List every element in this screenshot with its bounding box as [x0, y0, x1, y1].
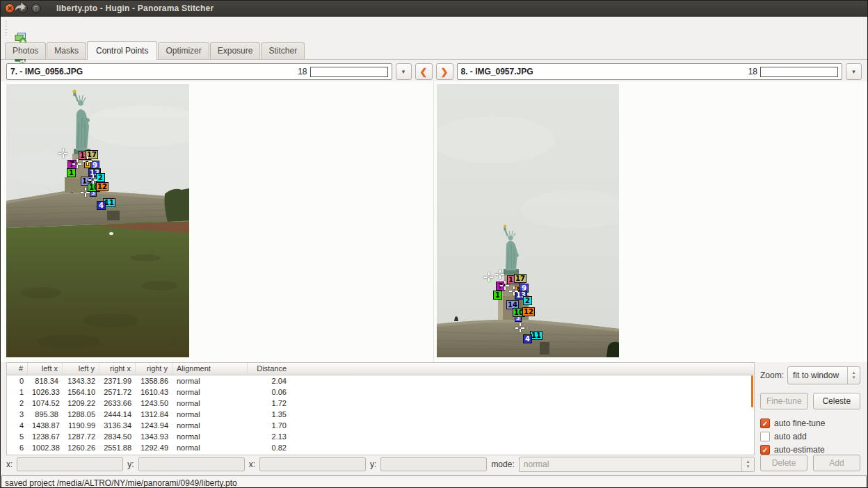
control-point-marker-1[interactable]: 1: [493, 291, 502, 300]
table-row[interactable]: 41438.871190.993136.341243.94normal1.70: [7, 420, 754, 431]
table-cell: 1260.26: [63, 442, 99, 453]
checked-checkbox-icon[interactable]: ✓: [760, 445, 770, 455]
right-x-field[interactable]: [259, 457, 366, 471]
tab-control-points[interactable]: Control Points: [87, 41, 157, 60]
control-point-marker-2[interactable]: 2: [523, 296, 532, 305]
column-header-Distance[interactable]: Distance: [248, 363, 291, 375]
maximize-window-button[interactable]: □: [31, 3, 41, 13]
table-cell: 2551.88: [99, 442, 136, 453]
right-photo-viewer[interactable]: 151778911321410123114: [437, 84, 619, 357]
fine-tune-button[interactable]: Fine-tune: [760, 393, 808, 409]
table-cell: normal: [172, 398, 248, 409]
coordinate-fields-row: x: y: x: y: mode: normal ▲▼: [6, 455, 755, 473]
column-header-righty[interactable]: right y: [136, 363, 172, 375]
column-header-lefty[interactable]: left y: [63, 363, 99, 375]
toolbar-grip: [6, 21, 7, 36]
table-cell: normal: [172, 387, 248, 398]
checkbox-auto-fine-tune[interactable]: ✓auto fine-tune: [760, 418, 860, 428]
checkbox-auto-add[interactable]: auto add: [760, 432, 860, 441]
spinner-icon[interactable]: ▲▼: [847, 367, 860, 384]
left-image-combo[interactable]: 7. - IMG_0956.JPG 18: [6, 63, 392, 80]
table-cell: 0.82: [248, 442, 291, 453]
control-point-crosshair[interactable]: [81, 188, 90, 197]
control-point-marker-12[interactable]: 12: [96, 182, 108, 191]
control-point-crosshair[interactable]: [83, 156, 92, 165]
delete-button[interactable]: Delete: [760, 455, 807, 471]
right-image-combo[interactable]: 8. - IMG_0957.JPG 18: [457, 63, 843, 80]
chevron-down-icon: ▾: [852, 68, 855, 75]
column-header-rightx[interactable]: right x: [99, 363, 136, 375]
mode-select[interactable]: normal ▲▼: [519, 457, 755, 472]
redo-button[interactable]: [9, 0, 31, 16]
table-row[interactable]: 61002.381260.262551.881292.49normal0.82: [7, 442, 754, 453]
control-point-marker-4[interactable]: 4: [523, 334, 532, 343]
table-cell: 1343.32: [63, 375, 99, 387]
left-photo-viewer[interactable]: 151778911321410123114: [6, 84, 189, 357]
checkbox-auto-estimate[interactable]: ✓auto-estimate: [760, 445, 860, 455]
column-header-leftx[interactable]: left x: [28, 363, 63, 375]
unchecked-checkbox-icon[interactable]: [760, 432, 770, 441]
left-photo-statue-of-liberty: [6, 84, 189, 357]
table-cell: normal: [172, 409, 248, 420]
control-point-marker-12[interactable]: 12: [522, 307, 535, 316]
table-cell: 1.72: [248, 398, 291, 409]
table-cell: normal: [172, 375, 248, 387]
control-point-marker-17[interactable]: 17: [514, 274, 527, 283]
left-x-field[interactable]: [17, 457, 123, 471]
add-button[interactable]: Add: [813, 455, 860, 471]
previous-pair-button[interactable]: ❮: [415, 63, 433, 80]
celeste-button[interactable]: Celeste: [813, 393, 861, 409]
left-y-field[interactable]: [138, 457, 245, 471]
control-point-crosshair[interactable]: [515, 323, 524, 332]
control-point-table[interactable]: #left xleft yright xright yAlignmentDist…: [6, 362, 755, 455]
control-point-crosshair[interactable]: [509, 286, 518, 295]
table-row[interactable]: 11026.331564.102571.721610.43normal0.06: [7, 387, 754, 398]
mode-label: mode:: [491, 459, 514, 469]
table-cell: 1292.49: [136, 442, 172, 453]
redo-icon: [13, 0, 28, 13]
tab-masks[interactable]: Masks: [47, 42, 86, 59]
spinner-icon[interactable]: ▲▼: [741, 457, 754, 471]
right-image-dropdown-button[interactable]: ▾: [846, 63, 862, 80]
table-header[interactable]: #left xleft yright xright yAlignmentDist…: [7, 363, 754, 375]
left-image-dropdown-button[interactable]: ▾: [396, 63, 412, 80]
zoom-label: Zoom:: [760, 371, 784, 380]
mode-value: normal: [520, 459, 741, 469]
table-cell: 1287.72: [63, 431, 99, 442]
table-cell: 5: [7, 431, 28, 442]
zoom-select[interactable]: fit to window ▲▼: [787, 366, 860, 384]
control-point-crosshair[interactable]: [484, 273, 493, 282]
table-scrollbar[interactable]: [751, 375, 753, 407]
tab-optimizer[interactable]: Optimizer: [158, 42, 209, 59]
auto-options: ✓auto fine-tuneauto add✓auto-estimate: [760, 418, 860, 455]
table-cell: 1358.86: [136, 375, 172, 387]
table-row[interactable]: 51238.671287.722834.501343.93normal2.13: [7, 431, 754, 442]
control-point-crosshair[interactable]: [58, 149, 67, 158]
control-point-marker-1[interactable]: 1: [67, 168, 76, 177]
table-cell: 1312.84: [136, 409, 172, 420]
tab-exposure[interactable]: Exposure: [210, 42, 261, 59]
control-point-marker-4[interactable]: 4: [97, 201, 106, 210]
table-cell: 4: [7, 420, 28, 431]
table-row[interactable]: 3895.381288.052444.141312.84normal1.35: [7, 409, 754, 420]
tab-stitcher[interactable]: Stitcher: [261, 42, 305, 59]
table-row[interactable]: 0818.341343.322371.991358.86normal2.04: [7, 375, 754, 387]
table-row[interactable]: 21074.521209.222633.661243.50normal1.72: [7, 398, 754, 409]
table-cell: 2834.50: [99, 431, 136, 442]
table-cell: 1209.22: [63, 398, 99, 409]
next-pair-button[interactable]: ❯: [436, 63, 453, 80]
right-y-field[interactable]: [380, 457, 487, 471]
tab-photos[interactable]: Photos: [5, 42, 46, 59]
table-cell: 1438.87: [28, 420, 63, 431]
control-point-crosshair[interactable]: [72, 159, 81, 168]
control-point-crosshair[interactable]: [500, 281, 509, 290]
status-message: saved project /media/ALTRO/NY/mie/panora…: [1, 475, 867, 488]
left-progress-bar: [310, 67, 388, 77]
column-header-[interactable]: #: [7, 363, 28, 375]
control-point-crosshair[interactable]: [495, 270, 504, 279]
checked-checkbox-icon[interactable]: ✓: [760, 418, 770, 428]
table-cell: 818.34: [28, 375, 63, 387]
column-header-Alignment[interactable]: Alignment: [172, 363, 248, 375]
control-point-crosshair[interactable]: [88, 175, 97, 184]
titlebar: ✕ – □ liberty.pto - Hugin - Panorama Sti…: [1, 1, 867, 17]
